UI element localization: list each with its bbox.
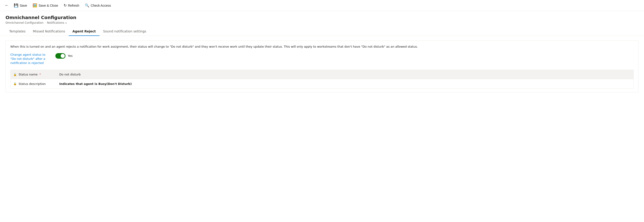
save-close-label: Save & Close [38,4,58,7]
toggle-label: Change agent status to "Do not disturb" … [10,53,52,65]
tabs-bar: TemplatesMissed NotificationsAgent Rejec… [0,27,644,36]
breadcrumb-home[interactable]: Omnichannel Configuration [6,21,44,24]
breadcrumb: Omnichannel Configuration · Notification… [6,21,638,24]
toggle-wrapper: Yes [55,53,72,59]
status-value-0: Do not disturb [56,71,634,78]
save-icon: 💾 [14,3,18,8]
toggle-row: Change agent status to "Do not disturb" … [10,53,634,65]
table-row: 🔒Status descriptionIndicates that agent … [10,79,634,88]
page-header: Omnichannel Configuration Omnichannel Co… [0,11,644,24]
check-access-label: Check Access [91,4,111,7]
lock-icon: 🔒 [13,73,17,76]
breadcrumb-current[interactable]: Notifications ∨ [47,21,67,24]
refresh-icon: ↻ [64,3,67,8]
chevron-down-icon: ∨ [65,22,67,24]
status-label-1: 🔒Status description [10,80,56,87]
breadcrumb-separator: · [45,21,46,24]
back-button[interactable]: ← [3,2,10,9]
toggle-value: Yes [68,54,72,58]
save-button[interactable]: 💾 Save [12,2,30,9]
back-icon: ← [4,3,9,8]
status-value-1: Indicates that agent is Busy(Don't Distu… [56,80,634,87]
label-text: Status description [18,82,46,86]
tab-sound-notification-settings[interactable]: Sound notification settings [100,27,150,36]
check-access-button[interactable]: 🔍 Check Access [82,2,113,9]
agent-reject-panel: When this is turned on and an agent reje… [6,41,638,93]
refresh-button[interactable]: ↻ Refresh [61,2,82,9]
refresh-label: Refresh [68,4,79,7]
check-access-icon: 🔍 [85,3,89,8]
table-row: 🔒Status name*Do not disturb [10,70,634,79]
toggle-switch[interactable] [55,53,66,59]
page-title: Omnichannel Configuration [6,15,638,20]
tab-agent-reject[interactable]: Agent Reject [69,27,99,36]
save-close-button[interactable]: 🖼️ Save & Close [30,2,60,9]
tab-missed-notifications[interactable]: Missed Notifications [29,27,69,36]
toggle-thumb [61,54,65,58]
save-close-icon: 🖼️ [33,3,37,8]
toolbar: ← 💾 Save 🖼️ Save & Close ↻ Refresh 🔍 Che… [0,0,644,11]
tab-templates[interactable]: Templates [6,27,29,36]
label-text: Status name [18,73,38,76]
info-text: When this is turned on and an agent reje… [10,44,634,49]
save-label: Save [20,4,27,7]
status-table: 🔒Status name*Do not disturb🔒Status descr… [10,70,634,89]
lock-icon: 🔒 [13,82,17,85]
status-label-0: 🔒Status name* [10,71,56,78]
main-content: When this is turned on and an agent reje… [0,36,644,97]
